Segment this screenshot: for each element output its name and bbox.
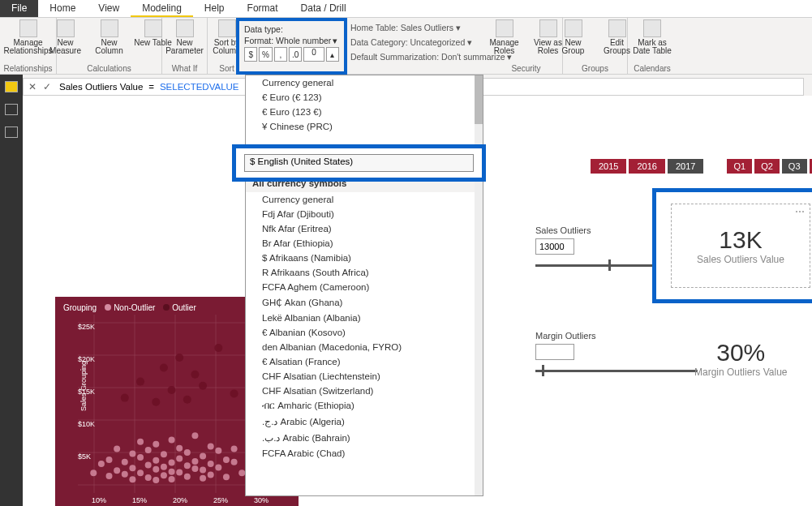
currency-option[interactable]: CHF Alsatian (Liechtenstein) [246,369,483,384]
svg-point-13 [106,473,113,479]
format-dropdown[interactable]: Format: Whole number [244,36,331,45]
new-parameter-button[interactable]: New Parameter [165,19,204,55]
commit-icon[interactable]: ✓ [43,81,51,92]
quarter-button[interactable]: Q2 [754,159,780,174]
currency-option[interactable]: FCFA Arabic (Chad) [246,446,483,461]
currency-option[interactable]: € Alsatian (France) [246,354,483,369]
currency-option[interactable]: Nfk Afar (Eritrea) [246,221,483,236]
menu-tabs: File Home View Modeling Help Format Data… [0,0,812,18]
year-button[interactable]: 2016 [629,159,664,174]
margin-outliers-card[interactable]: 30% Margin Outliers Value [694,339,788,378]
quarter-button[interactable]: Q3 [782,159,807,174]
view-tab[interactable]: View [87,0,131,17]
svg-point-21 [129,476,135,482]
data-type-label: Data type: [244,24,283,34]
currency-option[interactable]: د.ب.‏ Arabic (Bahrain) [246,430,483,446]
visual-options-icon[interactable]: ⋯ [795,206,806,217]
cancel-icon[interactable]: ✕ [28,81,37,92]
mark-date-table-button[interactable]: Mark as Date Table [633,19,672,55]
currency-button[interactable]: $ [244,47,257,62]
margin-outliers-input[interactable] [535,344,574,360]
svg-point-29 [153,477,159,483]
currency-option[interactable]: د.ج.‏ Arabic (Algeria) [246,414,483,430]
slider-handle-icon[interactable] [608,259,611,271]
sales-outliers-input[interactable] [535,238,574,255]
svg-point-57 [223,474,230,480]
svg-point-73 [199,382,207,390]
svg-point-55 [215,465,221,471]
scrollbar[interactable] [475,75,483,495]
quarter-button[interactable]: Q4 [810,159,812,174]
currency-option[interactable]: ¥ Chinese (PRC) [246,119,483,134]
slider-track[interactable] [535,370,698,372]
default-summarization-dropdown[interactable]: Default Summarization: Don't summarize ▾ [350,49,512,64]
currency-option[interactable]: Fdj Afar (Djibouti) [246,207,483,221]
spinner-arrows-icon[interactable]: ▴ [326,47,339,62]
manage-relationships-button[interactable]: Manage Relationships [9,19,48,55]
home-table-dropdown[interactable]: Home Table: Sales Outliers ▾ [350,20,512,35]
percent-button[interactable]: % [259,47,272,62]
data-drill-tab[interactable]: Data / Drill [290,0,358,17]
currency-option[interactable]: € Euro (€ 123) [246,90,483,105]
svg-point-47 [191,458,198,465]
svg-point-14 [106,457,113,463]
currency-search-highlight: $ English (United States) [232,144,486,182]
new-group-button[interactable]: New Group [554,19,593,55]
group-label: Relationships [3,64,52,73]
currency-option[interactable]: GH₵ Akan (Ghana) [246,294,483,311]
new-measure-button[interactable]: New Measure [46,19,85,55]
currency-option[interactable]: Currency general [246,192,483,207]
svg-point-59 [231,459,238,465]
view-rail [0,75,23,506]
file-tab[interactable]: File [0,0,38,17]
modeling-tab[interactable]: Modeling [131,0,193,17]
svg-point-26 [145,474,152,481]
report-view-icon[interactable] [5,81,18,92]
quarter-button[interactable]: Q1 [727,159,752,174]
dax-function: SELECTEDVALUE [160,82,239,92]
svg-point-52 [208,461,214,467]
help-tab[interactable]: Help [193,0,236,17]
svg-point-11 [90,470,97,476]
svg-point-44 [184,449,191,456]
currency-option[interactable]: ብር Amharic (Ethiopia) [246,398,483,414]
svg-point-72 [191,371,199,379]
card-visual[interactable]: ⋯ 13K Sales Outliers Value [671,204,810,288]
svg-point-33 [161,472,167,478]
svg-point-39 [176,455,183,461]
currency-option[interactable]: Br Afar (Ethiopia) [246,236,483,251]
svg-point-35 [169,469,175,475]
data-view-icon[interactable] [5,104,18,115]
scrollbar-thumb[interactable] [475,75,483,124]
new-column-button[interactable]: New Column [90,19,129,55]
currency-option[interactable]: € Euro (123 €) [246,105,483,119]
currency-format-dropdown[interactable]: Currency general€ Euro (€ 123)€ Euro (12… [245,75,483,496]
currency-option[interactable]: R Afrikaans (South Africa) [246,265,483,280]
svg-point-54 [215,448,221,454]
decimal-places-spinner[interactable]: 0 [303,47,324,62]
currency-option[interactable]: FCFA Aghem (Cameroon) [246,280,483,294]
legend-dot-icon [163,304,170,311]
currency-option[interactable]: CHF Alsatian (Switzerland) [246,384,483,398]
decimal-icon[interactable]: .0 [289,47,302,62]
format-tab[interactable]: Format [236,0,290,17]
comma-button[interactable]: , [274,47,287,62]
currency-option[interactable]: den Albanian (Macedonia, FYRO) [246,340,483,354]
data-category-dropdown[interactable]: Data Category: Uncategorized ▾ [350,35,512,49]
ribbon: Manage Relationships Relationships New M… [0,18,812,75]
year-button[interactable]: 2015 [591,159,626,174]
currency-option[interactable]: Currency general [246,75,483,90]
property-dropdowns: Home Table: Sales Outliers ▾ Data Catego… [350,20,512,64]
currency-search-input[interactable]: $ English (United States) [244,154,474,172]
slider-handle-icon[interactable] [542,365,544,376]
currency-option[interactable]: Lekë Albanian (Albania) [246,311,483,325]
svg-point-31 [153,441,159,448]
svg-point-28 [153,466,159,473]
currency-option[interactable]: € Albanian (Kosovo) [246,325,483,340]
svg-point-66 [136,378,144,386]
home-tab[interactable]: Home [38,0,87,17]
svg-point-24 [137,439,144,445]
year-button[interactable]: 2017 [668,159,703,174]
currency-option[interactable]: $ Afrikaans (Namibia) [246,251,483,265]
model-view-icon[interactable] [5,126,18,138]
